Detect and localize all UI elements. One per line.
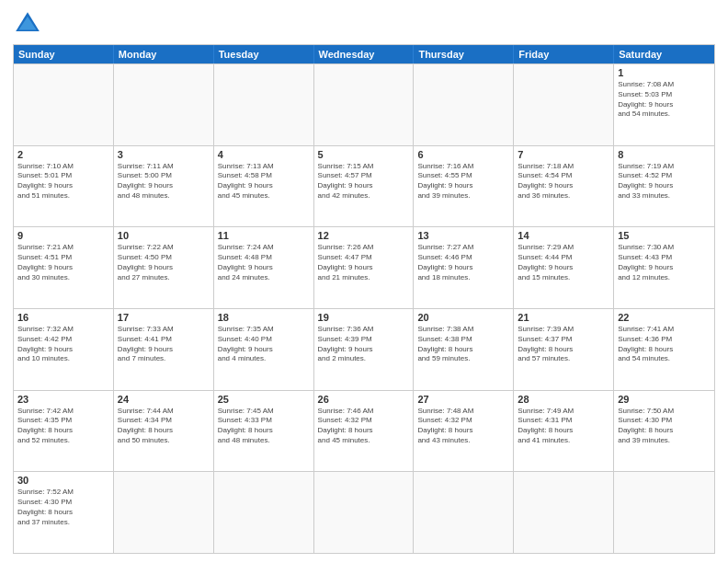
calendar-cell: 11Sunrise: 7:24 AM Sunset: 4:48 PM Dayli… xyxy=(214,227,314,308)
day-info: Sunrise: 7:42 AM Sunset: 4:35 PM Dayligh… xyxy=(17,407,109,446)
calendar-cell xyxy=(514,472,614,553)
calendar: SundayMondayTuesdayWednesdayThursdayFrid… xyxy=(13,44,715,554)
calendar-cell: 27Sunrise: 7:48 AM Sunset: 4:32 PM Dayli… xyxy=(414,391,514,472)
calendar-header: SundayMondayTuesdayWednesdayThursdayFrid… xyxy=(14,45,714,63)
calendar-cell: 6Sunrise: 7:16 AM Sunset: 4:55 PM Daylig… xyxy=(414,146,514,227)
calendar-cell: 14Sunrise: 7:29 AM Sunset: 4:44 PM Dayli… xyxy=(514,227,614,308)
day-info: Sunrise: 7:49 AM Sunset: 4:31 PM Dayligh… xyxy=(518,407,609,446)
day-number: 8 xyxy=(618,149,711,160)
calendar-cell xyxy=(414,64,514,145)
calendar-cell: 12Sunrise: 7:26 AM Sunset: 4:47 PM Dayli… xyxy=(314,227,415,308)
weekday-header: Tuesday xyxy=(214,45,314,63)
calendar-cell: 26Sunrise: 7:46 AM Sunset: 4:32 PM Dayli… xyxy=(314,391,415,472)
calendar-cell: 18Sunrise: 7:35 AM Sunset: 4:40 PM Dayli… xyxy=(214,309,314,390)
calendar-cell xyxy=(414,472,514,553)
day-info: Sunrise: 7:08 AM Sunset: 5:03 PM Dayligh… xyxy=(618,80,711,120)
calendar-cell: 3Sunrise: 7:11 AM Sunset: 5:00 PM Daylig… xyxy=(114,146,214,227)
calendar-cell: 17Sunrise: 7:33 AM Sunset: 4:41 PM Dayli… xyxy=(114,309,214,390)
logo-icon xyxy=(13,9,42,39)
calendar-cell: 20Sunrise: 7:38 AM Sunset: 4:38 PM Dayli… xyxy=(414,309,514,390)
day-info: Sunrise: 7:11 AM Sunset: 5:00 PM Dayligh… xyxy=(118,162,210,201)
day-info: Sunrise: 7:32 AM Sunset: 4:42 PM Dayligh… xyxy=(17,325,109,364)
header xyxy=(13,9,715,39)
day-number: 7 xyxy=(518,149,609,160)
calendar-cell: 28Sunrise: 7:49 AM Sunset: 4:31 PM Dayli… xyxy=(514,391,614,472)
day-number: 17 xyxy=(118,312,210,323)
calendar-cell: 10Sunrise: 7:22 AM Sunset: 4:50 PM Dayli… xyxy=(114,227,214,308)
day-info: Sunrise: 7:29 AM Sunset: 4:44 PM Dayligh… xyxy=(518,243,609,282)
day-number: 11 xyxy=(218,230,310,241)
day-info: Sunrise: 7:26 AM Sunset: 4:47 PM Dayligh… xyxy=(318,243,410,282)
day-info: Sunrise: 7:41 AM Sunset: 4:36 PM Dayligh… xyxy=(618,325,711,364)
day-number: 30 xyxy=(17,475,109,486)
calendar-row: 2Sunrise: 7:10 AM Sunset: 5:01 PM Daylig… xyxy=(14,145,714,227)
day-info: Sunrise: 7:27 AM Sunset: 4:46 PM Dayligh… xyxy=(417,243,509,282)
day-number: 29 xyxy=(618,394,711,405)
day-number: 26 xyxy=(318,394,410,405)
calendar-cell: 30Sunrise: 7:52 AM Sunset: 4:30 PM Dayli… xyxy=(14,472,114,553)
day-number: 15 xyxy=(618,230,711,241)
day-info: Sunrise: 7:10 AM Sunset: 5:01 PM Dayligh… xyxy=(17,162,109,201)
day-info: Sunrise: 7:24 AM Sunset: 4:48 PM Dayligh… xyxy=(218,243,310,282)
day-info: Sunrise: 7:44 AM Sunset: 4:34 PM Dayligh… xyxy=(118,407,210,446)
day-number: 16 xyxy=(17,312,109,323)
day-info: Sunrise: 7:16 AM Sunset: 4:55 PM Dayligh… xyxy=(417,162,509,201)
day-number: 1 xyxy=(618,67,711,78)
calendar-cell: 9Sunrise: 7:21 AM Sunset: 4:51 PM Daylig… xyxy=(14,227,114,308)
calendar-cell xyxy=(314,64,415,145)
calendar-cell xyxy=(14,64,114,145)
weekday-header: Wednesday xyxy=(314,45,415,63)
calendar-cell: 13Sunrise: 7:27 AM Sunset: 4:46 PM Dayli… xyxy=(414,227,514,308)
calendar-row: 16Sunrise: 7:32 AM Sunset: 4:42 PM Dayli… xyxy=(14,308,714,390)
day-number: 5 xyxy=(318,149,410,160)
day-info: Sunrise: 7:36 AM Sunset: 4:39 PM Dayligh… xyxy=(318,325,410,364)
day-number: 18 xyxy=(218,312,310,323)
weekday-header: Saturday xyxy=(614,45,714,63)
day-number: 23 xyxy=(17,394,109,405)
calendar-cell: 1Sunrise: 7:08 AM Sunset: 5:03 PM Daylig… xyxy=(614,64,714,145)
calendar-cell: 7Sunrise: 7:18 AM Sunset: 4:54 PM Daylig… xyxy=(514,146,614,227)
day-number: 22 xyxy=(618,312,711,323)
day-info: Sunrise: 7:15 AM Sunset: 4:57 PM Dayligh… xyxy=(318,162,410,201)
day-info: Sunrise: 7:21 AM Sunset: 4:51 PM Dayligh… xyxy=(17,243,109,282)
calendar-cell xyxy=(214,472,314,553)
day-number: 21 xyxy=(518,312,609,323)
calendar-body: 1Sunrise: 7:08 AM Sunset: 5:03 PM Daylig… xyxy=(14,63,714,553)
calendar-cell xyxy=(114,472,214,553)
calendar-cell: 25Sunrise: 7:45 AM Sunset: 4:33 PM Dayli… xyxy=(214,391,314,472)
day-info: Sunrise: 7:45 AM Sunset: 4:33 PM Dayligh… xyxy=(218,407,310,446)
calendar-cell xyxy=(514,64,614,145)
day-number: 13 xyxy=(417,230,509,241)
day-number: 14 xyxy=(518,230,609,241)
day-number: 20 xyxy=(417,312,509,323)
weekday-header: Monday xyxy=(114,45,214,63)
day-number: 25 xyxy=(218,394,310,405)
day-info: Sunrise: 7:13 AM Sunset: 4:58 PM Dayligh… xyxy=(218,162,310,201)
day-number: 3 xyxy=(118,149,210,160)
weekday-header: Thursday xyxy=(414,45,514,63)
day-info: Sunrise: 7:33 AM Sunset: 4:41 PM Dayligh… xyxy=(118,325,210,364)
calendar-cell: 15Sunrise: 7:30 AM Sunset: 4:43 PM Dayli… xyxy=(614,227,714,308)
day-info: Sunrise: 7:38 AM Sunset: 4:38 PM Dayligh… xyxy=(417,325,509,364)
calendar-cell: 22Sunrise: 7:41 AM Sunset: 4:36 PM Dayli… xyxy=(614,309,714,390)
day-number: 6 xyxy=(417,149,509,160)
calendar-cell: 29Sunrise: 7:50 AM Sunset: 4:30 PM Dayli… xyxy=(614,391,714,472)
calendar-cell: 8Sunrise: 7:19 AM Sunset: 4:52 PM Daylig… xyxy=(614,146,714,227)
calendar-cell xyxy=(214,64,314,145)
day-info: Sunrise: 7:22 AM Sunset: 4:50 PM Dayligh… xyxy=(118,243,210,282)
day-info: Sunrise: 7:18 AM Sunset: 4:54 PM Dayligh… xyxy=(518,162,609,201)
calendar-row: 1Sunrise: 7:08 AM Sunset: 5:03 PM Daylig… xyxy=(14,63,714,145)
calendar-cell: 2Sunrise: 7:10 AM Sunset: 5:01 PM Daylig… xyxy=(14,146,114,227)
calendar-cell: 23Sunrise: 7:42 AM Sunset: 4:35 PM Dayli… xyxy=(14,391,114,472)
day-info: Sunrise: 7:39 AM Sunset: 4:37 PM Dayligh… xyxy=(518,325,609,364)
page: SundayMondayTuesdayWednesdayThursdayFrid… xyxy=(0,0,728,563)
day-info: Sunrise: 7:19 AM Sunset: 4:52 PM Dayligh… xyxy=(618,162,711,201)
day-number: 27 xyxy=(417,394,509,405)
calendar-cell xyxy=(114,64,214,145)
day-number: 10 xyxy=(118,230,210,241)
day-info: Sunrise: 7:48 AM Sunset: 4:32 PM Dayligh… xyxy=(417,407,509,446)
day-info: Sunrise: 7:46 AM Sunset: 4:32 PM Dayligh… xyxy=(318,407,410,446)
day-number: 12 xyxy=(318,230,410,241)
calendar-row: 23Sunrise: 7:42 AM Sunset: 4:35 PM Dayli… xyxy=(14,390,714,472)
day-number: 9 xyxy=(17,230,109,241)
